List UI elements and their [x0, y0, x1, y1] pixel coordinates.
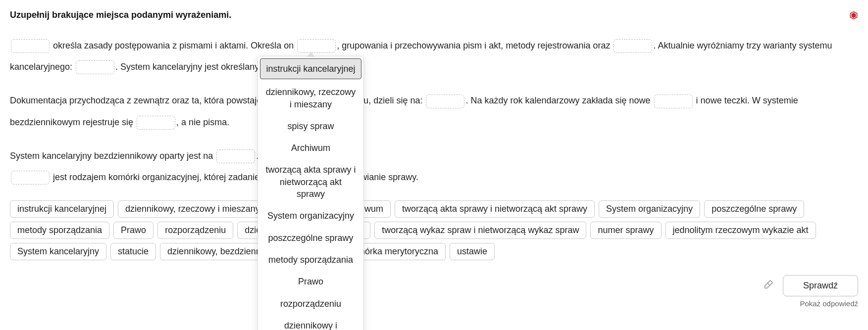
- eraser-icon[interactable]: [763, 279, 774, 292]
- option-chip[interactable]: instrukcji kancelaryjnej: [10, 200, 114, 218]
- paragraph-2: Dokumentacja przychodząca z zewnątrz ora…: [10, 90, 858, 133]
- dropdown-item[interactable]: Prawo: [258, 271, 363, 292]
- dropdown-item[interactable]: spisy spraw: [258, 115, 363, 137]
- text: System kancelaryjny bezdziennikowy opart…: [10, 151, 215, 161]
- option-chip[interactable]: tworzącą akta sprawy i nietworzącą akt s…: [395, 200, 595, 218]
- dropdown-item[interactable]: tworzącą akta sprawy i nietworzącą akt s…: [258, 159, 363, 205]
- option-chip[interactable]: numer sprawy: [590, 222, 661, 239]
- option-chip[interactable]: dziennikowy, rzeczowy i mieszany: [118, 200, 267, 218]
- options-pool: instrukcji kancelaryjnejdziennikowy, rze…: [10, 200, 858, 260]
- exercise-title: Uzupełnij brakujące miejsca podanymi wyr…: [10, 10, 231, 20]
- option-chip[interactable]: jednolitym rzeczowym wykazie akt: [665, 222, 816, 239]
- blank-input[interactable]: [216, 149, 255, 163]
- svg-marker-1: [852, 12, 856, 18]
- blank-input[interactable]: [426, 94, 464, 108]
- option-chip[interactable]: metody sporządzania: [10, 222, 109, 239]
- dropdown-item[interactable]: dziennikowy i bezdziennikowy: [258, 315, 363, 318]
- text: , a nie pisma.: [176, 117, 229, 127]
- option-chip[interactable]: System kancelaryjny: [10, 243, 106, 260]
- text: , grupowania i przechowywania pism i akt…: [337, 41, 613, 50]
- paragraph-3: System kancelaryjny bezdziennikowy opart…: [10, 145, 858, 188]
- dropdown-item[interactable]: rozporządzeniu: [258, 293, 363, 315]
- blank-input[interactable]: [613, 39, 652, 53]
- option-chip[interactable]: rozporządzeniu: [157, 222, 233, 239]
- text: . System kancelaryjny jest określany w: [115, 62, 270, 72]
- option-chip[interactable]: Prawo: [113, 222, 153, 239]
- dropdown-item[interactable]: Archiwum: [258, 137, 363, 159]
- blank-dropdown: instrukcji kancelaryjnejdziennikowy, rze…: [257, 56, 364, 318]
- dropdown-item[interactable]: metody sporządzania: [258, 249, 363, 271]
- blank-input[interactable]: [137, 116, 175, 130]
- dropdown-item[interactable]: poszczególne sprawy: [258, 227, 363, 249]
- check-button[interactable]: Sprawdź: [783, 275, 858, 296]
- text: . Na każdy rok kalendarzowy zakłada się …: [465, 95, 653, 105]
- dropdown-item[interactable]: System organizacyjny: [258, 205, 363, 227]
- blank-input[interactable]: [11, 171, 50, 185]
- option-chip[interactable]: tworzącą wykaz spraw i nietworzącą wykaz…: [374, 222, 586, 239]
- paragraph-1: określa zasady postępowania z pismami i …: [10, 35, 858, 78]
- dropdown-item[interactable]: instrukcji kancelaryjnej: [260, 58, 361, 79]
- blank-input[interactable]: [654, 94, 693, 108]
- info-hexagon-icon[interactable]: [849, 11, 858, 20]
- dropdown-item[interactable]: dziennikowy, rzeczowy i mieszany: [258, 81, 363, 115]
- blank-input[interactable]: [76, 60, 114, 74]
- option-chip[interactable]: ustawie: [450, 243, 495, 260]
- option-chip[interactable]: statucie: [110, 243, 156, 260]
- blank-input[interactable]: [11, 39, 50, 53]
- show-answer-link[interactable]: Pokaż odpowiedź: [10, 299, 858, 308]
- option-chip[interactable]: poszczególne sprawy: [704, 200, 804, 218]
- text: określa zasady postępowania z pismami i …: [51, 41, 296, 50]
- blank-input[interactable]: [297, 39, 336, 53]
- option-chip[interactable]: System organizacyjny: [599, 200, 700, 218]
